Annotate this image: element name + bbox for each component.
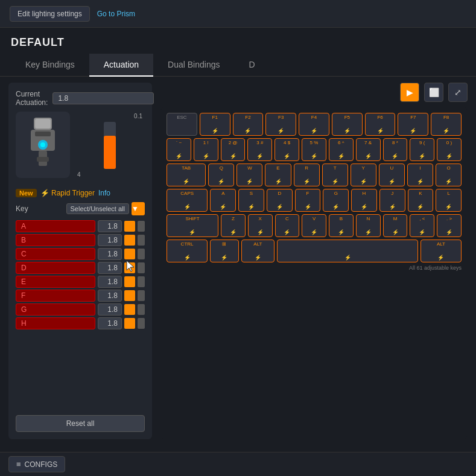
key-f-kb[interactable]: F ⚡ xyxy=(295,189,321,212)
key-a-label[interactable]: A xyxy=(16,220,95,232)
key-c-kb[interactable]: C ⚡ xyxy=(275,214,300,237)
key-c-drag-handle[interactable] xyxy=(138,249,145,259)
key-y[interactable]: Y ⚡ xyxy=(351,163,376,186)
key-u[interactable]: U ⚡ xyxy=(379,163,405,186)
key-comma[interactable]: , < ⚡ xyxy=(410,214,434,237)
key-esc[interactable]: ESC xyxy=(167,113,197,136)
key-w[interactable]: W ⚡ xyxy=(236,163,262,186)
key-8[interactable]: 8 * ⚡ xyxy=(383,138,408,161)
edit-lighting-button[interactable]: Edit lighting settings xyxy=(10,6,90,22)
key-k[interactable]: K ⚡ xyxy=(408,189,434,212)
key-d-label[interactable]: D xyxy=(16,262,95,274)
tab-key-bindings[interactable]: Key Bindings xyxy=(11,54,89,77)
key-d-drag-handle[interactable] xyxy=(138,262,145,273)
key-h-drag-handle[interactable] xyxy=(138,318,145,329)
key-2[interactable]: 2 @ ⚡ xyxy=(221,138,246,161)
key-q[interactable]: Q ⚡ xyxy=(208,163,234,186)
key-space[interactable]: ⚡ xyxy=(277,240,418,262)
key-j[interactable]: J ⚡ xyxy=(379,189,405,212)
key-f5[interactable]: F5 ⚡ xyxy=(332,113,363,136)
configs-button[interactable]: ≡ CONFIGS xyxy=(8,456,65,472)
key-f8[interactable]: F8 ⚡ xyxy=(431,113,462,136)
vertical-slider-track[interactable] xyxy=(104,122,116,169)
key-z[interactable]: Z ⚡ xyxy=(221,214,246,237)
key-h-color-button[interactable] xyxy=(124,318,135,329)
key-b-color-button[interactable] xyxy=(124,235,135,246)
key-f-label[interactable]: F xyxy=(16,290,95,302)
key-v[interactable]: V ⚡ xyxy=(302,214,326,237)
key-f7[interactable]: F7 ⚡ xyxy=(398,113,428,136)
key-i[interactable]: I ⚡ xyxy=(407,163,433,186)
key-h-label[interactable]: H xyxy=(16,317,95,329)
key-e-color-button[interactable] xyxy=(124,276,135,287)
key-3[interactable]: 3 # ⚡ xyxy=(247,138,272,161)
key-backtick[interactable]: ` ~ ⚡ xyxy=(167,138,191,161)
key-x[interactable]: X ⚡ xyxy=(248,214,273,237)
tag-info[interactable]: Info xyxy=(98,189,110,197)
key-tab[interactable]: TAB ⚡ xyxy=(167,163,206,186)
key-alt-left[interactable]: ALT ⚡ xyxy=(241,240,275,262)
go-to-prism-link[interactable]: Go to Prism xyxy=(97,10,135,18)
key-7[interactable]: 7 & ⚡ xyxy=(356,138,381,161)
tab-d[interactable]: D xyxy=(234,54,269,77)
key-g-drag-handle[interactable] xyxy=(138,304,145,315)
key-e-drag-handle[interactable] xyxy=(138,276,145,287)
key-c-label[interactable]: C xyxy=(16,248,95,260)
keyboard-row-1: ESC F1 ⚡ F2 ⚡ F3 ⚡ F4 ⚡ xyxy=(167,113,462,136)
key-h-kb[interactable]: H ⚡ xyxy=(351,189,377,212)
key-n[interactable]: N ⚡ xyxy=(356,214,381,237)
key-f1[interactable]: F1 ⚡ xyxy=(200,113,230,136)
tab-dual-bindings[interactable]: Dual Bindings xyxy=(153,54,234,77)
key-ctrl[interactable]: CTRL ⚡ xyxy=(167,240,208,262)
key-t[interactable]: T ⚡ xyxy=(322,163,348,186)
main-content: Current Actuation: 0.1 xyxy=(0,77,476,445)
rectangle-tool-button[interactable]: ⬜ xyxy=(424,83,443,102)
key-s[interactable]: S ⚡ xyxy=(238,189,264,212)
key-c-color-button[interactable] xyxy=(124,249,135,259)
key-period[interactable]: . > ⚡ xyxy=(437,214,462,237)
key-m[interactable]: M ⚡ xyxy=(383,214,408,237)
key-b-label[interactable]: B xyxy=(16,234,95,246)
key-alt-right[interactable]: ALT ⚡ xyxy=(420,240,462,262)
key-e-label[interactable]: E xyxy=(16,276,95,288)
orange-select-button[interactable]: ▼ xyxy=(132,202,145,215)
key-a-drag-handle[interactable] xyxy=(138,221,145,232)
key-l[interactable]: L ⚡ xyxy=(436,189,462,212)
key-a-color-button[interactable] xyxy=(124,221,135,232)
key-1[interactable]: 1 ! ⚡ xyxy=(194,138,218,161)
key-b-drag-handle[interactable] xyxy=(138,235,145,246)
configs-label: CONFIGS xyxy=(25,460,58,469)
key-d-kb[interactable]: D ⚡ xyxy=(267,189,293,212)
key-f4[interactable]: F4 ⚡ xyxy=(299,113,329,136)
key-f-color-button[interactable] xyxy=(124,290,135,301)
key-f6[interactable]: F6 ⚡ xyxy=(365,113,396,136)
key-o[interactable]: O ⚡ xyxy=(436,163,462,186)
select-all-button[interactable]: Select/Unselect all xyxy=(66,203,130,214)
key-f-drag-handle[interactable] xyxy=(138,290,145,301)
key-b-kb[interactable]: B ⚡ xyxy=(329,214,354,237)
key-5[interactable]: 5 % ⚡ xyxy=(302,138,326,161)
key-9[interactable]: 9 ( ⚡ xyxy=(410,138,434,161)
key-f3[interactable]: F3 ⚡ xyxy=(265,113,296,136)
actuation-value-input[interactable] xyxy=(52,92,154,104)
key-g-kb[interactable]: G ⚡ xyxy=(323,189,349,212)
key-0[interactable]: 0 ) ⚡ xyxy=(437,138,462,161)
key-shift[interactable]: SHIFT ⚡ xyxy=(167,214,218,237)
key-4[interactable]: 4 $ ⚡ xyxy=(274,138,299,161)
cursor-tool-button[interactable]: ▶ xyxy=(400,83,419,102)
key-a-kb[interactable]: A ⚡ xyxy=(210,189,236,212)
expand-tool-button[interactable]: ⤢ xyxy=(448,83,468,102)
key-f2[interactable]: F2 ⚡ xyxy=(233,113,264,136)
table-row: D 1.8 xyxy=(16,262,145,274)
reset-all-button[interactable]: Reset all xyxy=(16,415,145,432)
key-6[interactable]: 6 ^ ⚡ xyxy=(329,138,354,161)
key-caps[interactable]: CAPS ⚡ xyxy=(167,189,208,212)
key-e[interactable]: E ⚡ xyxy=(265,163,291,186)
key-g-color-button[interactable] xyxy=(124,304,135,315)
key-d-color-button[interactable] xyxy=(124,262,135,273)
tab-actuation[interactable]: Actuation xyxy=(89,54,153,77)
key-g-label[interactable]: G xyxy=(16,303,95,316)
key-r[interactable]: R ⚡ xyxy=(294,163,320,186)
key-win[interactable]: ⊞ ⚡ xyxy=(210,240,238,262)
slider-area: 0.1 4 xyxy=(75,112,145,178)
